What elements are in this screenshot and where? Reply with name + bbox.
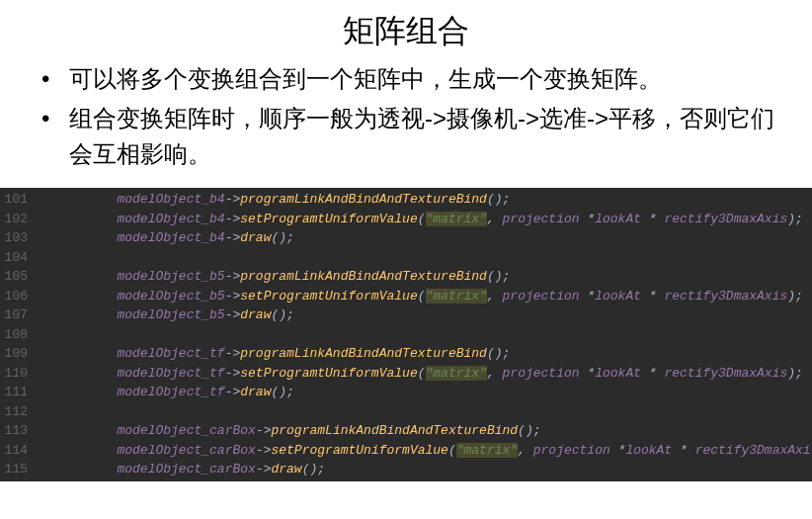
code-block: 101 modelObject_b4->programLinkAndBindAn… (0, 188, 812, 481)
list-item: 可以将多个变换组合到一个矩阵中，生成一个变换矩阵。 (69, 61, 782, 97)
code-line: 107 modelObject_b5->draw(); (0, 305, 812, 325)
line-number: 101 (0, 190, 38, 210)
code-line: 115 modelObject_carBox->draw(); (0, 460, 812, 479)
code-line: 112 (0, 402, 812, 422)
line-number: 111 (0, 383, 38, 402)
code-line: 101 modelObject_b4->programLinkAndBindAn… (0, 190, 812, 210)
code-text: modelObject_b4->setProgramtUniformValue(… (38, 210, 803, 229)
code-text (38, 248, 55, 268)
code-text: modelObject_b5->draw(); (38, 305, 294, 325)
line-number: 112 (0, 402, 38, 422)
code-text: modelObject_b4->programLinkAndBindAndTex… (38, 190, 510, 210)
code-line: 105 modelObject_b5->programLinkAndBindAn… (0, 267, 812, 287)
line-number: 114 (0, 441, 38, 461)
code-text: modelObject_carBox->draw(); (38, 460, 325, 479)
code-text: modelObject_tf->setProgramtUniformValue(… (38, 364, 803, 384)
code-line: 111 modelObject_tf->draw(); (0, 383, 812, 402)
line-number: 104 (0, 248, 38, 268)
line-number: 102 (0, 210, 38, 229)
line-number: 110 (0, 364, 38, 384)
code-text: modelObject_b5->setProgramtUniformValue(… (38, 287, 803, 306)
code-line: 102 modelObject_b4->setProgramtUniformVa… (0, 210, 812, 229)
code-line: 103 modelObject_b4->draw(); (0, 228, 812, 248)
code-text: modelObject_b4->draw(); (38, 228, 294, 248)
code-line: 110 modelObject_tf->setProgramtUniformVa… (0, 364, 812, 384)
line-number: 109 (0, 344, 38, 364)
code-line: 108 (0, 325, 812, 345)
code-text: modelObject_tf->programLinkAndBindAndTex… (38, 344, 510, 364)
line-number: 103 (0, 228, 38, 248)
line-number: 107 (0, 305, 38, 325)
line-number: 115 (0, 460, 38, 479)
line-number: 105 (0, 267, 38, 287)
line-number: 108 (0, 325, 38, 345)
line-number: 106 (0, 287, 38, 306)
bullet-list: 可以将多个变换组合到一个矩阵中，生成一个变换矩阵。 组合变换矩阵时，顺序一般为透… (0, 61, 812, 188)
code-text (38, 325, 55, 345)
code-line: 109 modelObject_tf->programLinkAndBindAn… (0, 344, 812, 364)
code-line: 106 modelObject_b5->setProgramtUniformVa… (0, 287, 812, 306)
code-text: modelObject_tf->draw(); (38, 383, 294, 402)
line-number: 113 (0, 421, 38, 441)
code-line: 113 modelObject_carBox->programLinkAndBi… (0, 421, 812, 441)
list-item: 组合变换矩阵时，顺序一般为透视->摄像机->选准->平移，否则它们会互相影响。 (69, 101, 782, 172)
code-text: modelObject_b5->programLinkAndBindAndTex… (38, 267, 510, 287)
code-text (38, 402, 55, 422)
code-line: 114 modelObject_carBox->setProgramtUnifo… (0, 441, 812, 461)
code-line: 104 (0, 248, 812, 268)
code-text: modelObject_carBox->setProgramtUniformVa… (38, 441, 812, 461)
code-text: modelObject_carBox->programLinkAndBindAn… (38, 421, 541, 441)
page-title: 矩阵组合 (0, 0, 812, 61)
